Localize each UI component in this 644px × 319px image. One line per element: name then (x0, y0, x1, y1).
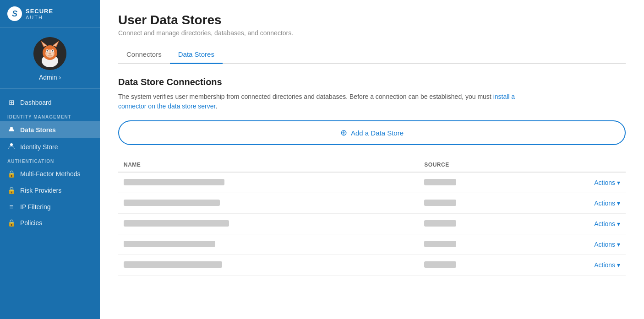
row-source: blurred (419, 193, 530, 214)
sidebar-item-identity-store[interactable]: Identity Store (0, 138, 100, 155)
svg-point-13 (47, 52, 53, 56)
data-stores-table: NAME SOURCE blurred blurred Actions ▾ bl… (118, 158, 626, 276)
sidebar-item-label: Policies (20, 219, 42, 227)
table-row: blurred blurred Actions ▾ (118, 172, 626, 193)
actions-button[interactable]: Actions ▾ (594, 200, 620, 207)
row-actions-cell: Actions ▾ (530, 234, 626, 255)
logo-text: SECURE AUTH (26, 8, 53, 20)
sidebar-item-dashboard[interactable]: ⊞ Dashboard (0, 94, 100, 111)
add-icon: ⊕ (340, 128, 347, 138)
tabs-bar: Connectors Data Stores (118, 46, 626, 64)
tab-data-stores[interactable]: Data Stores (170, 46, 223, 64)
section-description: The system verifies user membership from… (118, 92, 530, 111)
svg-point-11 (52, 50, 54, 52)
row-source: blurred (419, 234, 530, 255)
authentication-label: AUTHENTICATION (0, 155, 100, 166)
sidebar-item-label: Identity Store (20, 143, 58, 151)
row-name: blurred (118, 172, 419, 193)
row-name: blurred (118, 193, 419, 214)
sidebar-item-label: IP Filtering (20, 203, 51, 211)
actions-button[interactable]: Actions ▾ (594, 261, 620, 269)
main-content: User Data Stores Connect and manage dire… (100, 0, 644, 319)
table-row: blurred blurred Actions ▾ (118, 255, 626, 276)
avatar (33, 37, 66, 70)
sidebar-item-label: Risk Providers (20, 187, 61, 194)
sidebar-item-data-stores[interactable]: Data Stores (0, 121, 100, 138)
sidebar-item-risk[interactable]: 🔒 Risk Providers (0, 182, 100, 199)
add-data-store-button[interactable]: ⊕ Add a Data Store (118, 120, 626, 145)
sidebar-item-label: Dashboard (20, 99, 52, 106)
policies-icon: 🔒 (7, 219, 16, 227)
sidebar-item-mfa[interactable]: 🔒 Multi-Factor Methods (0, 166, 100, 182)
svg-point-15 (10, 143, 13, 146)
row-name: blurred (118, 214, 419, 234)
table-body: blurred blurred Actions ▾ blurred blurre… (118, 172, 626, 276)
actions-button[interactable]: Actions ▾ (594, 220, 620, 227)
admin-label[interactable]: Admin (39, 74, 61, 81)
col-actions (530, 158, 626, 172)
row-actions-cell: Actions ▾ (530, 214, 626, 234)
nav-section: ⊞ Dashboard IDENTITY MANAGEMENT Data Sto… (0, 89, 100, 237)
section-title: Data Store Connections (118, 77, 626, 87)
tab-connectors[interactable]: Connectors (118, 46, 170, 64)
col-name: NAME (118, 158, 419, 172)
identity-management-label: IDENTITY MANAGEMENT (0, 111, 100, 121)
risk-icon: 🔒 (7, 186, 16, 195)
row-actions-cell: Actions ▾ (530, 193, 626, 214)
avatar-image (33, 37, 66, 70)
svg-point-10 (47, 50, 48, 52)
row-name: blurred (118, 234, 419, 255)
sidebar-item-ip-filtering[interactable]: ≡ IP Filtering (0, 199, 100, 215)
sidebar-item-policies[interactable]: 🔒 Policies (0, 215, 100, 231)
row-actions-cell: Actions ▾ (530, 255, 626, 276)
row-name: blurred (118, 255, 419, 276)
actions-button[interactable]: Actions ▾ (594, 241, 620, 248)
row-source: blurred (419, 255, 530, 276)
sidebar-item-label: Data Stores (20, 126, 56, 134)
page-subtitle: Connect and manage directories, database… (118, 29, 626, 37)
row-actions-cell: Actions ▾ (530, 172, 626, 193)
sidebar: S SECURE AUTH (0, 0, 100, 319)
actions-button[interactable]: Actions ▾ (594, 179, 620, 186)
row-source: blurred (419, 214, 530, 234)
row-source: blurred (419, 172, 530, 193)
avatar-section: Admin (0, 28, 100, 89)
dashboard-icon: ⊞ (7, 98, 16, 107)
col-source: SOURCE (419, 158, 530, 172)
ip-filtering-icon: ≡ (7, 203, 16, 211)
sidebar-item-label: Multi-Factor Methods (20, 170, 80, 178)
page-title: User Data Stores (118, 13, 626, 27)
table-row: blurred blurred Actions ▾ (118, 214, 626, 234)
logo-area: S SECURE AUTH (0, 0, 100, 28)
logo-icon: S (7, 6, 22, 21)
identity-store-icon (7, 142, 16, 151)
table-row: blurred blurred Actions ▾ (118, 234, 626, 255)
table-row: blurred blurred Actions ▾ (118, 193, 626, 214)
table-header: NAME SOURCE (118, 158, 626, 172)
mfa-icon: 🔒 (7, 170, 16, 178)
data-stores-icon (7, 125, 16, 134)
